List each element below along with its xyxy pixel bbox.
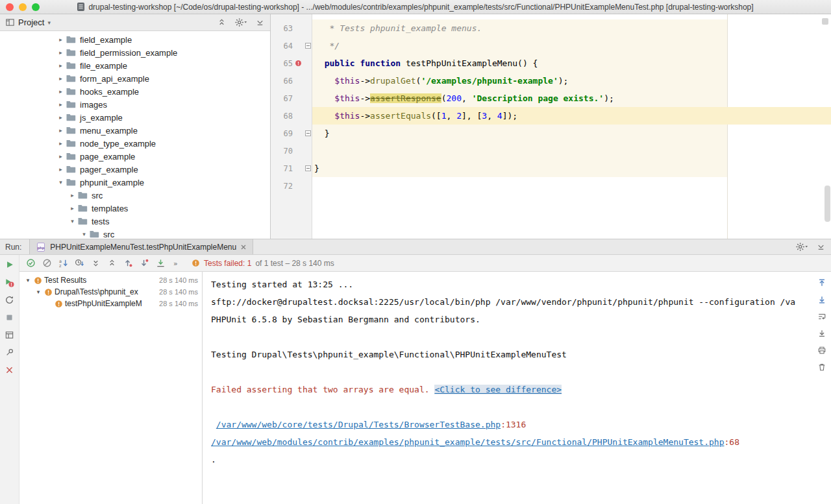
previous-failed-button[interactable]	[122, 258, 134, 269]
editor-line-64[interactable]: 64 */	[271, 37, 831, 54]
code-text[interactable]: $this->assertEquals([1, 2], [3, 4]);	[312, 107, 517, 125]
project-tree-item-menu_example[interactable]: ▸menu_example	[0, 124, 270, 137]
project-tree-item-node_type_example[interactable]: ▸node_type_example	[0, 137, 270, 150]
chevron-right-icon[interactable]: ▸	[56, 114, 66, 121]
chevron-right-icon[interactable]: ▸	[68, 205, 77, 211]
code-text[interactable]: public function testPhpUnitExampleMenu()…	[312, 54, 538, 72]
settings-gear-icon[interactable]	[795, 242, 808, 252]
sort-by-duration-button[interactable]	[73, 258, 85, 269]
editor-line-69[interactable]: 69 }	[271, 125, 831, 142]
project-tree-item-phpunit_example[interactable]: ▾phpunit_example	[0, 176, 270, 189]
project-tree-item-src[interactable]: ▸src	[0, 189, 270, 202]
code-text[interactable]: * Tests phpunit_example menus.	[312, 19, 482, 37]
code-text[interactable]	[312, 177, 314, 195]
editor[interactable]: 63 * Tests phpunit_example menus.64 */65…	[271, 14, 831, 239]
project-panel-title[interactable]: Project	[18, 18, 44, 27]
chevron-down-icon[interactable]: ▾	[79, 231, 89, 237]
editor-line-63[interactable]: 63 * Tests phpunit_example menus.	[271, 19, 831, 37]
chevron-right-icon[interactable]: ▸	[56, 49, 66, 56]
chevron-right-icon[interactable]: ▸	[56, 88, 66, 95]
close-button[interactable]	[4, 364, 16, 376]
run-tab[interactable]: php PHPUnitExampleMenuTest.testPhpUnitEx…	[29, 239, 253, 254]
test-tree-item[interactable]: ▾Drupal\Tests\phpunit_ex28 s 140 ms	[19, 286, 202, 298]
code-text[interactable]: */	[312, 37, 340, 54]
settings-gear-icon[interactable]	[234, 18, 247, 27]
editor-line-72[interactable]: 72	[271, 177, 831, 195]
chevron-down-icon[interactable]: ▾	[68, 218, 77, 224]
project-tree-item-field_permission_example[interactable]: ▸field_permission_example	[0, 46, 270, 59]
console-file-link[interactable]: /var/www/web/core/tests/Drupal/Tests/Bro…	[216, 420, 501, 429]
show-passed-button[interactable]	[25, 258, 36, 269]
editor-line-65[interactable]: 65 public function testPhpUnitExampleMen…	[271, 54, 831, 72]
chevron-down-icon[interactable]: ▾	[56, 179, 66, 186]
project-tree-item-file_example[interactable]: ▸file_example	[0, 59, 270, 72]
diff-link[interactable]: <Click to see difference>	[434, 385, 562, 394]
next-failed-button[interactable]	[138, 258, 150, 269]
hide-panel-icon[interactable]	[816, 242, 826, 252]
code-text[interactable]: }	[312, 125, 329, 142]
project-tree-item-field_example[interactable]: ▸field_example	[0, 33, 270, 46]
sort-alphabetically-button[interactable]: az	[57, 258, 69, 269]
editor-line-67[interactable]: 67 $this->assertResponse(200, 'Descripti…	[271, 90, 831, 107]
up-stack-button[interactable]	[816, 277, 828, 289]
project-tree-item-pager_example[interactable]: ▸pager_example	[0, 163, 270, 176]
chevron-right-icon[interactable]: ▸	[56, 75, 66, 82]
chevron-right-icon[interactable]: ▸	[56, 127, 66, 134]
show-ignored-button[interactable]	[41, 258, 53, 269]
console-file-link[interactable]: /var/www/web/modules/contrib/examples/ph…	[211, 437, 725, 447]
project-tree-item-src[interactable]: ▾src	[0, 228, 270, 239]
project-tree-item-page_example[interactable]: ▸page_example	[0, 150, 270, 163]
collapse-all-button[interactable]	[106, 258, 118, 269]
test-failed-gutter-icon[interactable]	[293, 60, 303, 67]
chevron-down-icon[interactable]: ▾	[47, 19, 51, 26]
chevron-down-icon[interactable]: ▾	[34, 289, 43, 295]
hide-panel-icon[interactable]	[255, 18, 265, 27]
inspections-widget-icon[interactable]	[822, 18, 828, 25]
project-tree-item-templates[interactable]: ▸templates	[0, 202, 270, 215]
code-text[interactable]: }	[312, 160, 319, 177]
down-stack-button[interactable]	[816, 294, 828, 306]
fold-marker-icon[interactable]	[305, 43, 311, 49]
stop-button[interactable]	[4, 311, 16, 323]
minimize-window-button[interactable]	[19, 3, 27, 11]
clear-all-button[interactable]	[816, 361, 828, 373]
code-text[interactable]: $this->assertResponse(200, 'Description …	[312, 90, 614, 107]
editor-scrollbar[interactable]	[825, 186, 830, 222]
chevron-right-icon[interactable]: ▸	[56, 62, 66, 69]
fold-marker-icon[interactable]	[305, 130, 311, 136]
chevron-right-icon[interactable]: ▸	[56, 166, 66, 173]
code-text[interactable]	[312, 142, 314, 160]
project-tree-item-js_example[interactable]: ▸js_example	[0, 111, 270, 124]
close-window-button[interactable]	[6, 3, 14, 11]
toggle-auto-test-button[interactable]	[4, 294, 16, 306]
fold-marker-icon[interactable]	[305, 165, 311, 171]
zoom-window-button[interactable]	[32, 3, 40, 11]
chevron-right-icon[interactable]: ▸	[68, 192, 77, 198]
expand-all-button[interactable]	[90, 258, 101, 269]
chevron-right-icon[interactable]: ▸	[56, 153, 66, 160]
chevron-right-icon[interactable]: ▸	[56, 140, 66, 147]
soft-wrap-button[interactable]	[816, 311, 828, 322]
project-tree-item-form_api_example[interactable]: ▸form_api_example	[0, 72, 270, 85]
editor-line-68[interactable]: 68 $this->assertEquals([1, 2], [3, 4]);	[271, 107, 831, 125]
import-tests-button[interactable]	[155, 258, 166, 269]
rerun-failed-button[interactable]	[4, 276, 16, 288]
chevron-right-icon[interactable]: ▸	[56, 36, 66, 43]
collapse-all-icon[interactable]	[217, 18, 227, 27]
test-tree-item[interactable]: ▾Test Results28 s 140 ms	[19, 274, 202, 286]
pin-button[interactable]	[4, 346, 16, 358]
editor-line-70[interactable]: 70	[271, 142, 831, 160]
project-tree-item-images[interactable]: ▸images	[0, 98, 270, 111]
editor-line-66[interactable]: 66 $this->drupalGet('/examples/phpunit-e…	[271, 72, 831, 90]
chevron-down-icon[interactable]: ▾	[23, 277, 32, 283]
restore-layout-button[interactable]	[4, 329, 16, 341]
print-button[interactable]	[816, 344, 828, 356]
more-button[interactable]: »	[171, 258, 182, 269]
code-text[interactable]: $this->drupalGet('/examples/phpunit-exam…	[312, 72, 568, 90]
close-tab-icon[interactable]	[240, 244, 247, 250]
chevron-right-icon[interactable]: ▸	[56, 101, 66, 108]
test-console[interactable]: Testing started at 13:25 ...sftp://docke…	[203, 272, 831, 504]
editor-line-71[interactable]: 71}	[271, 160, 831, 177]
project-tree-item-tests[interactable]: ▾tests	[0, 215, 270, 228]
project-tree-item-hooks_example[interactable]: ▸hooks_example	[0, 85, 270, 98]
